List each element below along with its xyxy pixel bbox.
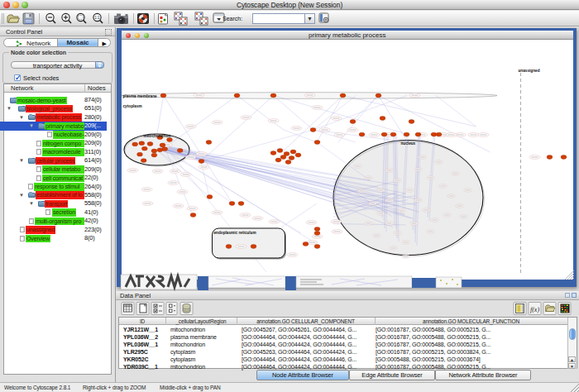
svg-text:mitochondrion: mitochondrion bbox=[143, 134, 170, 138]
svg-text:cytoplasm: cytoplasm bbox=[122, 104, 141, 108]
svg-text:f(x): f(x) bbox=[530, 306, 539, 313]
svg-text:plasma membrane: plasma membrane bbox=[122, 94, 157, 98]
svg-text:endoplasmic reticulum: endoplasmic reticulum bbox=[213, 231, 256, 235]
svg-text:nucleus: nucleus bbox=[400, 141, 415, 146]
svg-text:1:1: 1:1 bbox=[94, 16, 100, 20]
svg-text:unassigned: unassigned bbox=[518, 69, 539, 73]
